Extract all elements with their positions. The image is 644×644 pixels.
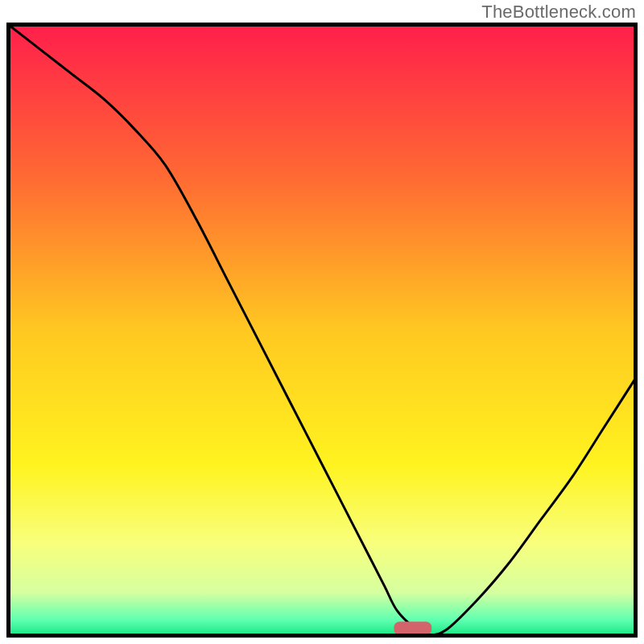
optimal-zone-marker	[394, 621, 431, 635]
bottleneck-chart	[6, 23, 638, 638]
plot-frame	[6, 23, 638, 638]
chart-container: TheBottleneck.com	[0, 0, 644, 644]
watermark-text: TheBottleneck.com	[481, 2, 636, 23]
gradient-background	[9, 25, 635, 635]
